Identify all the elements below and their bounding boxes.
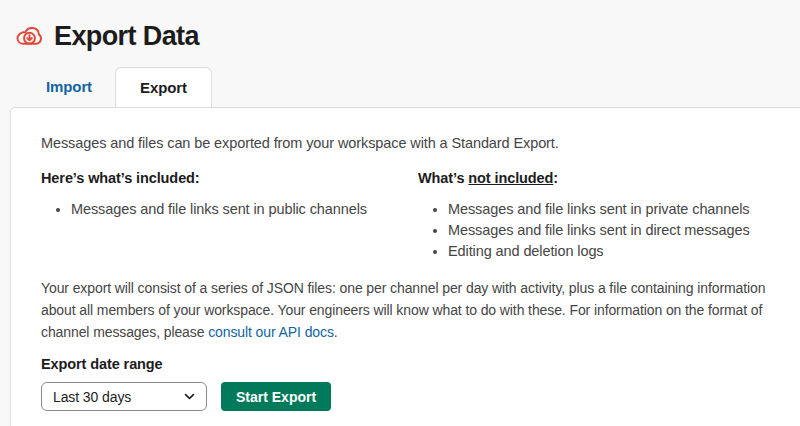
heading-underlined: not included [468,170,553,186]
list-item: Editing and deletion logs [448,241,770,262]
heading-suffix: : [553,170,558,186]
not-included-section: What’s not included: Messages and file l… [418,170,770,262]
start-export-button[interactable]: Start Export [221,382,331,411]
export-data-page: { "header": { "title": "Export Data", "i… [0,0,800,426]
tab-import[interactable]: Import [23,67,115,107]
heading-prefix: What’s [418,170,468,186]
details-before-link: Your export will consist of a series of … [41,280,765,340]
included-heading: Here’s what’s included: [41,170,418,186]
export-panel: Messages and files can be exported from … [10,107,800,426]
date-range-selected-value: Last 30 days [53,389,131,405]
export-date-range-label: Export date range [41,356,770,372]
list-item: Messages and file links sent in direct m… [448,220,770,241]
details-after-link: . [334,324,338,340]
page-title: Export Data [54,21,199,52]
details-text: Your export will consist of a series of … [41,277,770,343]
cloud-download-icon [14,23,45,51]
not-included-heading: What’s not included: [418,170,770,186]
included-section: Here’s what’s included: Messages and fil… [41,170,418,262]
intro-text: Messages and files can be exported from … [41,133,770,153]
list-item: Messages and file links sent in public c… [71,199,418,220]
not-included-list: Messages and file links sent in private … [418,199,770,262]
date-range-select[interactable]: Last 30 days [41,382,207,411]
list-item: Messages and file links sent in private … [448,199,770,220]
chevron-down-icon [184,393,195,400]
inclusion-columns: Here’s what’s included: Messages and fil… [41,170,770,262]
included-list: Messages and file links sent in public c… [41,199,418,220]
tab-export[interactable]: Export [115,67,212,107]
api-docs-link[interactable]: consult our API docs [208,324,334,340]
tab-bar: Import Export [0,67,800,107]
export-controls: Last 30 days Start Export [41,382,770,411]
page-header: Export Data [0,0,800,52]
